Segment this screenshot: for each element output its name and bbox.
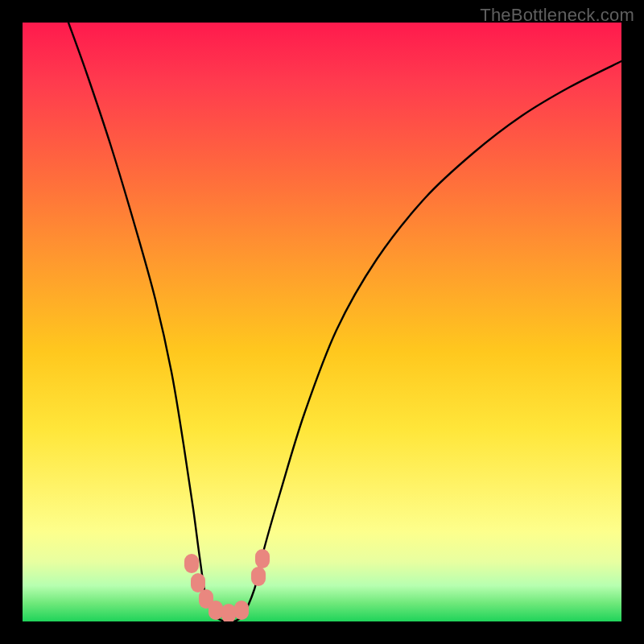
chart-plot-area [23,23,621,621]
marker-icon [234,601,249,620]
marker-icon [191,573,205,592]
bottleneck-curve [68,23,621,621]
marker-icon [221,604,236,621]
marker-icon [208,601,223,620]
chart-svg [23,23,621,621]
marker-icon [184,554,199,573]
marker-icon [251,567,266,586]
marker-icon [255,549,270,568]
watermark-text: TheBottleneck.com [480,5,634,26]
chart-frame: TheBottleneck.com [0,0,644,644]
curve-markers [184,549,270,621]
